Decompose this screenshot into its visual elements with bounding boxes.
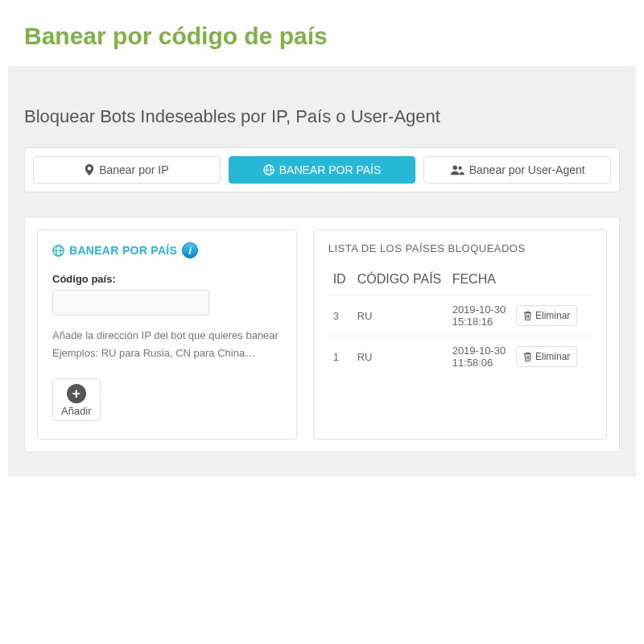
users-icon xyxy=(450,164,464,175)
column-id: ID xyxy=(333,272,357,287)
tab-label: BANEAR POR PAÍS xyxy=(279,163,382,176)
cell-code: RU xyxy=(357,351,452,363)
panel-title: BANEAR POR PAÍS xyxy=(69,244,177,257)
section-heading: Bloquear Bots Indeseables por IP, País o… xyxy=(24,106,620,127)
table-header: ID CÓDIGO PAÍS FECHA xyxy=(328,269,592,295)
panels-row: BANEAR POR PAÍS i Código país: Añade la … xyxy=(24,217,620,452)
cell-action: Eliminar xyxy=(516,305,587,326)
panel-header: BANEAR POR PAÍS i xyxy=(52,242,282,258)
delete-button[interactable]: Eliminar xyxy=(516,346,577,367)
trash-icon xyxy=(523,352,532,361)
cell-date: 2019-10-30 15:18:16 xyxy=(452,303,516,328)
tab-label: Banear por User-Agent xyxy=(469,163,585,176)
svg-point-4 xyxy=(458,167,461,170)
table-row: 1 RU 2019-10-30 11:58:06 Eliminar xyxy=(328,336,592,377)
globe-icon xyxy=(52,245,64,257)
help-text: Añade la dirección IP del bot que quiere… xyxy=(52,327,282,362)
cell-id: 3 xyxy=(333,310,357,322)
cell-code: RU xyxy=(357,310,452,322)
delete-label: Eliminar xyxy=(535,351,570,362)
add-button[interactable]: + Añadir xyxy=(52,378,101,421)
add-button-label: Añadir xyxy=(61,405,92,417)
tab-ban-user-agent[interactable]: Banear por User-Agent xyxy=(423,156,611,184)
svg-point-3 xyxy=(452,166,456,170)
table-row: 3 RU 2019-10-30 15:18:16 Eliminar xyxy=(328,295,592,336)
help-line-2: Ejemplos: RU para Rusia, CN para China… xyxy=(52,345,282,362)
column-code: CÓDIGO PAÍS xyxy=(357,272,452,287)
globe-icon xyxy=(263,164,275,175)
trash-icon xyxy=(523,311,532,320)
map-marker-icon xyxy=(85,164,94,175)
cell-action: Eliminar xyxy=(516,346,587,367)
delete-button[interactable]: Eliminar xyxy=(516,305,577,326)
blocked-countries-table: ID CÓDIGO PAÍS FECHA 3 RU 2019-10-30 15:… xyxy=(328,269,592,377)
blocked-countries-panel: LISTA DE LOS PAÍSES BLOQUEADOS ID CÓDIGO… xyxy=(313,229,607,440)
tab-bar: Banear por IP BANEAR POR PAÍS Banear por… xyxy=(24,147,620,192)
tab-label: Banear por IP xyxy=(99,163,168,176)
plus-icon: + xyxy=(67,384,86,403)
delete-label: Eliminar xyxy=(535,310,570,321)
tab-ban-country[interactable]: BANEAR POR PAÍS xyxy=(229,156,416,184)
cell-id: 1 xyxy=(333,351,357,363)
column-date: FECHA xyxy=(452,272,516,287)
tab-ban-ip[interactable]: Banear por IP xyxy=(33,156,221,184)
info-icon[interactable]: i xyxy=(182,242,198,258)
column-action xyxy=(516,272,587,287)
country-code-label: Código país: xyxy=(52,273,282,285)
main-container: Bloquear Bots Indeseables por IP, País o… xyxy=(8,66,636,477)
blocked-list-title: LISTA DE LOS PAÍSES BLOQUEADOS xyxy=(328,242,592,254)
cell-date: 2019-10-30 11:58:06 xyxy=(452,345,516,369)
help-line-1: Añade la dirección IP del bot que quiere… xyxy=(52,327,282,345)
page-title: Banear por código de país xyxy=(0,0,644,66)
country-code-input[interactable] xyxy=(52,290,209,316)
ban-country-form-panel: BANEAR POR PAÍS i Código país: Añade la … xyxy=(37,229,297,440)
